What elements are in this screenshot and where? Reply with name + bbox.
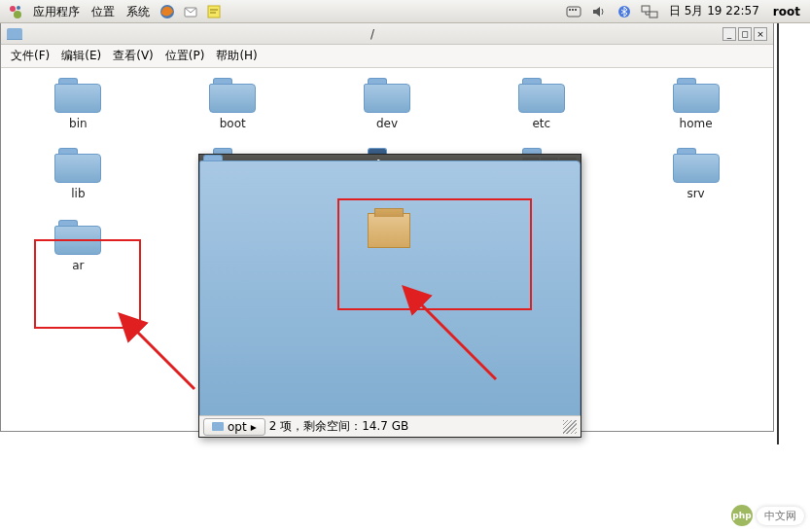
notes-icon[interactable] bbox=[205, 3, 223, 20]
svg-point-2 bbox=[14, 11, 21, 18]
menu-places[interactable]: 位置(P) bbox=[161, 48, 209, 64]
chevron-right-icon: ▸ bbox=[251, 420, 257, 434]
folder-icon bbox=[54, 78, 101, 113]
php-logo-icon: php bbox=[731, 505, 753, 526]
folder-icon bbox=[212, 422, 224, 431]
crop-edge bbox=[777, 23, 779, 444]
svg-rect-11 bbox=[575, 9, 577, 11]
system-menu[interactable]: 系统 bbox=[121, 0, 156, 23]
user-menu[interactable]: root bbox=[767, 5, 806, 18]
folder-label: dev bbox=[376, 117, 398, 130]
minimize-button[interactable]: _ bbox=[722, 27, 736, 41]
folder-srv[interactable]: srv bbox=[618, 148, 773, 202]
bluetooth-icon[interactable] bbox=[616, 3, 633, 20]
panel-right: 日 5月 19 22:57 root bbox=[562, 3, 806, 20]
mail-icon[interactable] bbox=[182, 3, 199, 20]
root-titlebar[interactable]: / _ ◻ × bbox=[1, 23, 773, 45]
folder-icon bbox=[54, 220, 101, 255]
folder-icon bbox=[518, 78, 565, 113]
svg-point-1 bbox=[17, 6, 20, 10]
svg-rect-8 bbox=[567, 7, 581, 17]
apps-menu[interactable]: 应用程序 bbox=[27, 0, 86, 23]
window-controls: _ ◻ × bbox=[722, 27, 767, 41]
folder-lib[interactable]: lib bbox=[1, 148, 156, 202]
folder-label: home bbox=[680, 117, 713, 130]
archive-icon bbox=[368, 213, 410, 248]
window-title: / bbox=[22, 27, 722, 41]
folder-icon bbox=[364, 78, 410, 113]
folder-label: etc bbox=[532, 117, 550, 130]
folder-label: ar bbox=[72, 259, 84, 272]
opt-statusbar: opt ▸ 2 项，剩余空间：14.7 GB bbox=[199, 415, 581, 437]
tray-keyboard-icon[interactable] bbox=[565, 3, 582, 20]
folder-ar[interactable]: ar bbox=[1, 220, 156, 272]
folder-icon bbox=[54, 148, 101, 183]
folder-rh[interactable]: rh bbox=[199, 207, 326, 288]
svg-rect-14 bbox=[650, 12, 657, 18]
location-label: opt bbox=[228, 420, 247, 434]
menu-edit[interactable]: 编辑(E) bbox=[57, 48, 105, 64]
volume-icon[interactable] bbox=[590, 3, 608, 20]
svg-rect-10 bbox=[572, 9, 574, 11]
close-button[interactable]: × bbox=[754, 27, 767, 41]
watermark-text: 中文网 bbox=[757, 507, 804, 525]
gnome-foot-icon[interactable] bbox=[7, 3, 24, 20]
clock[interactable]: 日 5月 19 22:57 bbox=[663, 3, 765, 19]
status-text: 2 项，剩余空间：14.7 GB bbox=[269, 418, 409, 435]
folder-bin[interactable]: bin bbox=[1, 78, 156, 130]
menu-view[interactable]: 查看(V) bbox=[109, 48, 158, 64]
folder-label: lib bbox=[71, 187, 85, 200]
folder-etc[interactable]: etc bbox=[464, 78, 618, 130]
watermark: php 中文网 bbox=[731, 505, 804, 526]
folder-icon bbox=[673, 78, 720, 113]
top-panel: 应用程序 位置 系统 日 5月 19 22:57 root bbox=[0, 0, 810, 23]
firefox-icon[interactable] bbox=[158, 3, 176, 20]
svg-rect-5 bbox=[208, 6, 220, 18]
opt-window: opt _ ◻ × 文件(F) 编辑(E) 查看(V) 位置(P) 帮助(H) … bbox=[198, 154, 581, 438]
svg-rect-13 bbox=[642, 6, 650, 12]
location-button[interactable]: opt ▸ bbox=[203, 418, 265, 436]
folder-label: bin bbox=[69, 117, 88, 130]
maximize-button[interactable]: ◻ bbox=[738, 27, 752, 41]
folder-icon bbox=[7, 28, 22, 40]
opt-file-area[interactable]: rh VMwareTools-10.0.5-3228253.tar.gz bbox=[199, 197, 581, 288]
folder-home[interactable]: home bbox=[618, 78, 773, 130]
folder-icon bbox=[209, 78, 256, 113]
menu-file[interactable]: 文件(F) bbox=[7, 48, 53, 64]
network-icon[interactable] bbox=[641, 3, 658, 20]
root-menubar: 文件(F) 编辑(E) 查看(V) 位置(P) 帮助(H) bbox=[1, 45, 773, 68]
resize-handle[interactable] bbox=[563, 420, 577, 434]
svg-rect-9 bbox=[569, 9, 571, 11]
menu-help[interactable]: 帮助(H) bbox=[212, 48, 261, 64]
folder-label: boot bbox=[220, 117, 246, 130]
svg-point-0 bbox=[10, 6, 16, 12]
folder-icon bbox=[673, 148, 720, 183]
places-menu[interactable]: 位置 bbox=[86, 0, 121, 23]
panel-left: 应用程序 位置 系统 bbox=[4, 0, 226, 23]
folder-dev[interactable]: dev bbox=[310, 78, 465, 130]
folder-boot[interactable]: boot bbox=[156, 78, 310, 130]
folder-label: srv bbox=[687, 187, 704, 200]
